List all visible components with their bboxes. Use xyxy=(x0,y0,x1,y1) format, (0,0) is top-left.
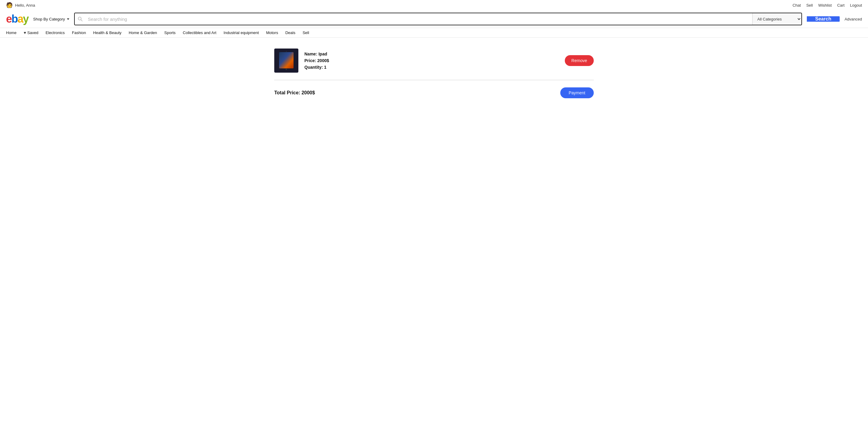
logo-b: b xyxy=(11,13,18,25)
nav-fashion[interactable]: Fashion xyxy=(72,30,86,35)
nav-sports[interactable]: Sports xyxy=(164,30,176,35)
nav-industrial[interactable]: Industrial equipment xyxy=(224,30,259,35)
item-quantity-label: Quantity: xyxy=(304,65,323,70)
svg-point-6 xyxy=(286,51,287,52)
search-button[interactable]: Search xyxy=(807,16,840,22)
nav-deals[interactable]: Deals xyxy=(285,30,296,35)
greeting-text: Hello, Anna xyxy=(15,3,35,7)
advanced-link[interactable]: Advanced xyxy=(844,17,862,22)
ipad-illustration xyxy=(276,50,297,71)
item-name-line: Name: Ipad xyxy=(304,52,559,56)
total-row: Total Price: 2000$ Payment xyxy=(274,83,594,103)
main-nav: Home ♥ Saved Electronics Fashion Health … xyxy=(0,28,868,38)
payment-button[interactable]: Payment xyxy=(560,87,594,98)
top-bar-right: Chat Sell Wishlist Cart Logout xyxy=(793,3,862,7)
svg-line-1 xyxy=(81,20,82,22)
total-price-label: Total Price: xyxy=(274,90,300,95)
item-price-line: Price: 2000$ xyxy=(304,58,559,63)
item-name-label: Name: xyxy=(304,52,317,56)
top-bar: 🧑 Hello, Anna Chat Sell Wishlist Cart Lo… xyxy=(0,0,868,10)
shop-by-category-label: Shop By Category xyxy=(33,17,65,22)
nav-saved[interactable]: ♥ Saved xyxy=(24,30,38,35)
item-quantity-line: Quantity: 1 xyxy=(304,65,559,70)
ebay-logo[interactable]: ebay xyxy=(6,13,28,24)
logo-e: e xyxy=(6,13,11,25)
cart-link[interactable]: Cart xyxy=(837,3,845,7)
search-icon-wrap xyxy=(75,13,86,25)
nav-motors[interactable]: Motors xyxy=(266,30,278,35)
nav-home-garden[interactable]: Home & Garden xyxy=(129,30,157,35)
nav-home[interactable]: Home xyxy=(6,30,17,35)
top-bar-left: 🧑 Hello, Anna xyxy=(6,2,35,8)
logo-y: y xyxy=(23,13,28,25)
svg-point-5 xyxy=(286,69,287,70)
item-image xyxy=(274,49,299,73)
search-icon xyxy=(78,17,83,22)
heart-icon: ♥ xyxy=(24,30,26,35)
nav-saved-label: Saved xyxy=(27,30,38,35)
nav-sell[interactable]: Sell xyxy=(303,30,309,35)
user-avatar-icon: 🧑 xyxy=(6,2,13,8)
total-price-value: 2000$ xyxy=(301,90,315,95)
nav-collectibles[interactable]: Collectibles and Art xyxy=(183,30,216,35)
search-bar: All Categories Electronics Fashion Healt… xyxy=(74,13,802,25)
logout-link[interactable]: Logout xyxy=(850,3,862,7)
shop-by-category-button[interactable]: Shop By Category xyxy=(33,17,69,22)
header: ebay Shop By Category All Categories Ele… xyxy=(0,10,868,28)
remove-button[interactable]: Remove xyxy=(565,55,594,66)
sell-link[interactable]: Sell xyxy=(806,3,813,7)
cart-item: Name: Ipad Price: 2000$ Quantity: 1 Remo… xyxy=(274,44,594,77)
svg-rect-4 xyxy=(279,52,293,68)
item-quantity-value: 1 xyxy=(324,65,327,70)
search-input[interactable] xyxy=(86,13,752,25)
item-price-label: Price: xyxy=(304,58,316,63)
item-details: Name: Ipad Price: 2000$ Quantity: 1 xyxy=(304,52,559,70)
nav-electronics[interactable]: Electronics xyxy=(45,30,65,35)
chat-link[interactable]: Chat xyxy=(793,3,801,7)
cart-divider xyxy=(274,80,594,80)
category-select[interactable]: All Categories Electronics Fashion Healt… xyxy=(752,13,801,25)
nav-health-beauty[interactable]: Health & Beauty xyxy=(93,30,121,35)
total-label: Total Price: 2000$ xyxy=(274,90,315,96)
wishlist-link[interactable]: Wishlist xyxy=(818,3,832,7)
chevron-down-icon xyxy=(67,19,69,20)
item-name-value: Ipad xyxy=(318,52,327,56)
main-content: Name: Ipad Price: 2000$ Quantity: 1 Remo… xyxy=(268,38,600,109)
item-price-value: 2000$ xyxy=(317,58,329,63)
logo-a: a xyxy=(18,13,23,25)
